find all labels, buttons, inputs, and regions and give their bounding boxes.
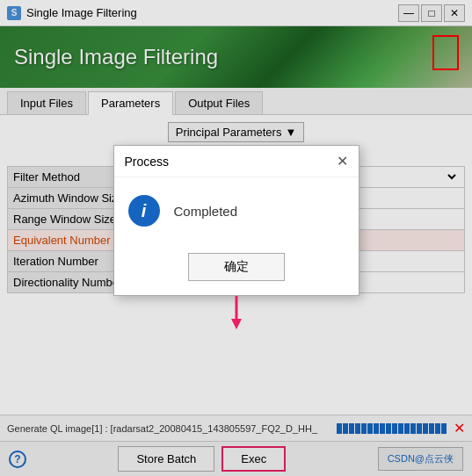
modal-close-button[interactable]: ✕: [337, 153, 348, 169]
modal-body: i Completed: [114, 177, 359, 244]
modal-footer: 确定: [114, 244, 359, 295]
modal-title-bar: Process ✕: [114, 146, 359, 177]
modal-title: Process: [125, 155, 170, 169]
modal-message: Completed: [174, 204, 238, 219]
arrow-icon: [228, 296, 245, 331]
svg-marker-1: [231, 319, 242, 329]
process-modal: Process ✕ i Completed 确定: [113, 145, 359, 296]
modal-info-icon: i: [128, 195, 160, 227]
modal-overlay: Process ✕ i Completed 确定: [0, 0, 472, 476]
modal-ok-button[interactable]: 确定: [188, 253, 285, 281]
